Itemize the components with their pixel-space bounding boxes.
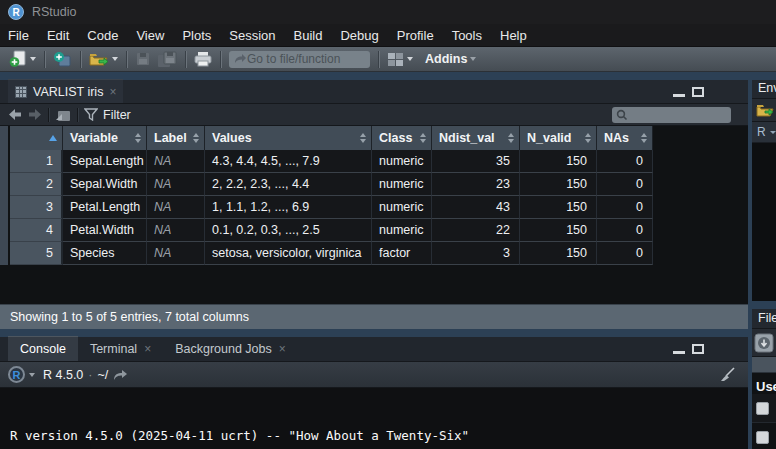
col-variable-header[interactable]: Variable	[63, 126, 147, 150]
data-viewer-pane: VARLIST iris Filter	[0, 80, 748, 329]
col-ndistval-header[interactable]: Ndist_val	[432, 126, 520, 150]
menu-debug[interactable]: Debug	[331, 24, 387, 47]
col-nvalid-header[interactable]: N_valid	[520, 126, 597, 150]
close-icon[interactable]	[279, 343, 286, 355]
new-file-button[interactable]	[6, 49, 39, 70]
table-row[interactable]: 2 Sepal.Width NA 2, 2.2, 2.3, ..., 4.4 n…	[10, 173, 653, 196]
viewer-toolbar: Filter	[0, 104, 748, 126]
open-file-button[interactable]	[86, 49, 121, 70]
terminal-tab-label: Terminal	[90, 342, 137, 356]
environment-r-dropdown[interactable]: R	[752, 122, 776, 143]
load-workspace-folder-icon[interactable]	[756, 102, 776, 118]
menu-profile[interactable]: Profile	[388, 24, 443, 47]
menu-file[interactable]: File	[0, 24, 38, 47]
files-tabstrip: Files	[752, 309, 776, 329]
maximize-icon[interactable]	[692, 344, 704, 354]
forward-icon[interactable]	[27, 108, 42, 121]
sort-icon	[360, 133, 366, 143]
menu-help[interactable]: Help	[491, 24, 536, 47]
filter-button-label[interactable]: Filter	[103, 108, 131, 122]
table-row[interactable]: 4 Petal.Width NA 0.1, 0.2, 0.3, ..., 2.5…	[10, 219, 653, 242]
toolbar-separator	[44, 51, 45, 68]
cell-values: setosa, versicolor, virginica	[205, 242, 372, 265]
title-bar: R RStudio	[0, 0, 776, 24]
tab-console[interactable]: Console	[8, 336, 78, 361]
sort-icon	[193, 133, 199, 143]
menu-session[interactable]: Session	[220, 24, 284, 47]
minimize-icon[interactable]	[673, 94, 685, 97]
files-toolbar	[752, 329, 776, 357]
col-label: Variable	[70, 131, 118, 145]
close-icon[interactable]	[144, 343, 151, 355]
tab-terminal[interactable]: Terminal	[78, 336, 163, 361]
tab-environment[interactable]: Environment	[758, 81, 776, 95]
cell-variable: Species	[63, 242, 147, 265]
col-values-header[interactable]: Values	[205, 126, 372, 150]
new-project-icon	[53, 50, 72, 68]
entries-summary: Showing 1 to 5 of 5 entries, 7 total col…	[10, 310, 249, 324]
viewer-search-box[interactable]	[612, 107, 731, 123]
minimize-icon[interactable]	[673, 351, 685, 354]
col-label-header[interactable]: Label	[147, 126, 205, 150]
col-nas-header[interactable]: NAs	[597, 126, 653, 150]
console-output[interactable]: R version 4.5.0 (2025-04-11 ucrt) -- "Ho…	[0, 388, 748, 449]
save-all-button[interactable]	[154, 49, 180, 70]
cell-rownum: 2	[10, 173, 63, 196]
popout-window-icon[interactable]	[55, 108, 71, 122]
cell-label: NA	[147, 242, 205, 265]
clear-console-icon[interactable]	[718, 367, 736, 383]
close-icon[interactable]	[109, 86, 116, 98]
col-label: Label	[154, 131, 187, 145]
viewer-window-controls	[673, 87, 704, 97]
viewer-search-input[interactable]	[628, 109, 720, 121]
print-button[interactable]	[191, 49, 215, 70]
save-all-icon	[157, 51, 177, 68]
cell-ndistval: 23	[432, 173, 520, 196]
open-in-window-icon[interactable]	[113, 369, 128, 381]
cell-nas: 0	[597, 219, 653, 242]
table-row[interactable]: 3 Petal.Length NA 1, 1.1, 1.2, ..., 6.9 …	[10, 196, 653, 219]
cell-label: NA	[147, 173, 205, 196]
table-row[interactable]: 1 Sepal.Length NA 4.3, 4.4, 4.5, ..., 7.…	[10, 150, 653, 173]
goto-file-search[interactable]	[229, 51, 370, 68]
goto-file-input[interactable]	[247, 52, 357, 66]
maximize-icon[interactable]	[692, 87, 704, 97]
menu-bar: File Edit Code View Plots Session Build …	[0, 24, 776, 47]
print-icon	[194, 51, 212, 67]
menu-tools[interactable]: Tools	[443, 24, 491, 47]
new-project-button[interactable]	[50, 49, 75, 70]
r-version-caret-icon[interactable]	[29, 373, 35, 377]
menu-plots[interactable]: Plots	[173, 24, 220, 47]
tab-background-jobs[interactable]: Background Jobs	[163, 336, 298, 361]
sort-icon	[641, 133, 647, 143]
install-packages-icon[interactable]	[754, 333, 774, 353]
cell-nas: 0	[597, 196, 653, 219]
tab-varlist-iris[interactable]: VARLIST iris	[8, 79, 123, 103]
package-checkbox[interactable]	[756, 431, 769, 444]
col-rownum-header[interactable]	[10, 126, 63, 150]
data-grid-icon	[15, 86, 27, 98]
console-line: R version 4.5.0 (2025-04-11 ucrt) -- "Ho…	[10, 428, 748, 444]
cell-class: numeric	[372, 219, 432, 242]
filter-icon[interactable]	[84, 108, 98, 121]
save-button[interactable]	[132, 49, 154, 70]
addins-button[interactable]: Addins	[416, 49, 479, 70]
pane-layout-button[interactable]	[384, 49, 416, 70]
table-row[interactable]: 5 Species NA setosa, versicolor, virgini…	[10, 242, 653, 265]
cell-nvalid: 150	[520, 242, 597, 265]
packages-column-header	[752, 357, 776, 373]
col-class-header[interactable]: Class	[372, 126, 432, 150]
back-icon[interactable]	[8, 108, 23, 121]
package-checkbox[interactable]	[756, 402, 769, 415]
r-dropdown-label: R	[757, 125, 766, 139]
cell-variable: Petal.Length	[63, 196, 147, 219]
new-file-caret-icon	[30, 57, 36, 61]
menu-view[interactable]: View	[127, 24, 173, 47]
cell-nvalid: 150	[520, 196, 597, 219]
menu-edit[interactable]: Edit	[38, 24, 78, 47]
open-file-caret-icon	[112, 57, 118, 61]
tab-files[interactable]: Files	[758, 311, 776, 325]
menu-code[interactable]: Code	[78, 24, 127, 47]
menu-build[interactable]: Build	[285, 24, 332, 47]
col-label: N_valid	[527, 131, 571, 145]
